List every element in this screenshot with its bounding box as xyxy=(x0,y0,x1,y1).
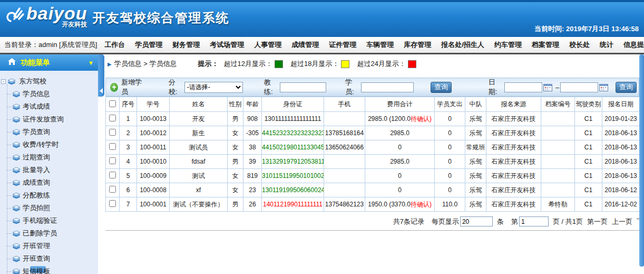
collapse-left-icon xyxy=(100,88,103,93)
tree-connector xyxy=(7,195,12,196)
login-status: 当前登录：admin [系统管理员] xyxy=(0,40,104,50)
sidebar-item[interactable]: 过期查询 xyxy=(3,151,98,164)
per-page-input[interactable] xyxy=(460,216,493,226)
sidebar-header[interactable]: 功能菜单 ▼ xyxy=(0,54,98,71)
brand-name: baiyou xyxy=(26,4,87,22)
archive-no-cell xyxy=(541,126,575,140)
fee-cell: 2985.0 xyxy=(365,155,435,169)
menu-item[interactable]: 学员管理 xyxy=(135,40,162,50)
vertical-scrollbar[interactable] xyxy=(639,54,644,267)
menu-item[interactable]: 报名处/招生人 xyxy=(441,40,484,50)
tree-connector xyxy=(7,233,12,234)
age-cell: 908 xyxy=(243,112,262,126)
branch-label: 分校: xyxy=(169,78,182,97)
reg-date-cell: 2018-06-13 xyxy=(602,155,640,169)
search-button[interactable]: 查询 xyxy=(431,82,452,93)
menu-item[interactable]: 财务管理 xyxy=(172,40,200,50)
sidebar-item[interactable]: 批量导入 xyxy=(3,164,98,176)
sidebar-item[interactable]: -东方驾校 xyxy=(3,75,98,88)
name-cell: 测试 xyxy=(170,169,228,183)
sidebar-item[interactable]: 成绩查询 xyxy=(3,176,98,189)
source-cell: 石家庄开友科技 xyxy=(486,140,541,155)
row-checkbox[interactable] xyxy=(109,172,116,178)
tree-expand-icon[interactable]: - xyxy=(1,79,6,84)
sidebar-item[interactable]: 学员查询 xyxy=(3,126,98,138)
add-student-button[interactable]: 新增学员 xyxy=(121,78,145,97)
seq-cell: 2 xyxy=(120,126,137,140)
sidebar-item[interactable]: 已删除学员 xyxy=(3,227,98,240)
gender-cell: 女 xyxy=(228,126,243,140)
column-header: 中队 xyxy=(465,97,486,112)
sidebar-item[interactable]: 学员信息 xyxy=(3,88,98,100)
table-row: 2100-0012新生女-305441523232323232323137851… xyxy=(106,126,640,140)
breadcrumb-arrow-icon: ▶ xyxy=(108,61,112,67)
license-type-cell: C1 xyxy=(575,140,602,155)
fee-cell: 1950.0 (3370.0待确认) xyxy=(365,197,435,212)
gender-cell: 男 xyxy=(228,197,243,212)
prev-page-link[interactable]: 上一页 xyxy=(612,217,632,226)
page-number-input[interactable] xyxy=(519,216,549,226)
date-to-input[interactable] xyxy=(560,82,598,92)
add-icon[interactable]: + xyxy=(110,83,118,92)
book-icon xyxy=(12,90,21,98)
row-checkbox[interactable] xyxy=(109,115,116,121)
sidebar-item[interactable]: 手机端验证 xyxy=(3,214,98,227)
name-cell: 测试（不要操作） xyxy=(170,197,228,212)
row-checkbox[interactable] xyxy=(109,143,116,150)
chevron-down-icon[interactable]: ▼ xyxy=(88,60,94,66)
student-no-cell: 100-0009 xyxy=(137,169,170,183)
book-icon xyxy=(12,242,21,250)
menu-item[interactable]: 成绩管理 xyxy=(291,40,319,50)
menu-item[interactable]: 考试场管理 xyxy=(210,40,244,50)
sidebar-item[interactable]: 短信模板 xyxy=(3,265,98,274)
student-no-cell: 100-0012 xyxy=(137,126,170,140)
sidebar-item[interactable]: 开班管理 xyxy=(3,240,98,252)
calendar-icon[interactable] xyxy=(599,83,608,91)
sidebar-item[interactable]: 收费/转学时 xyxy=(3,138,98,151)
coach-input[interactable] xyxy=(280,82,326,92)
select-all-checkbox[interactable] xyxy=(109,100,116,107)
sidebar-item[interactable]: 开班查询 xyxy=(3,252,98,265)
fee-cell: 0 xyxy=(365,140,435,155)
squad-cell: 乐驾 xyxy=(465,126,486,140)
sidebar-item[interactable]: 考试成绩 xyxy=(3,100,98,113)
name-cell: xf xyxy=(170,183,228,197)
menu-item[interactable]: 证件管理 xyxy=(329,40,356,50)
students-table: 序号学号姓名性别年龄身份证手机费用合计学员支出中队报名来源档案编号驾驶类别报名日… xyxy=(105,97,640,212)
row-checkbox[interactable] xyxy=(109,186,116,193)
menu-item[interactable]: 统计 xyxy=(600,40,613,50)
date-search-button[interactable]: 查询 xyxy=(616,82,637,93)
book-icon xyxy=(12,230,21,237)
menu-item[interactable]: 工作台 xyxy=(104,40,125,50)
per-page-label: 每页显示 xyxy=(432,217,459,226)
row-checkbox[interactable] xyxy=(109,157,116,164)
sidebar-item[interactable]: 证件发放查询 xyxy=(3,113,98,126)
phone-cell xyxy=(324,155,365,169)
tree-connector xyxy=(7,208,12,209)
tree-connector xyxy=(7,119,12,120)
phone-cell xyxy=(324,112,365,126)
idcard-cell: 140112199011111111 xyxy=(262,197,324,212)
student-no-cell: 100-0013 xyxy=(137,112,170,126)
sidebar-item[interactable]: 学员拍照 xyxy=(3,202,98,214)
row-checkbox[interactable] xyxy=(109,200,116,207)
row-checkbox[interactable] xyxy=(109,129,116,136)
date-from-input[interactable] xyxy=(504,82,542,92)
menu-item[interactable]: 信息提醒 xyxy=(623,40,644,50)
menu-item[interactable]: 车辆管理 xyxy=(366,40,394,50)
gender-cell: 女 xyxy=(228,140,243,155)
breadcrumb: 学员信息 > 学员信息 xyxy=(114,59,177,69)
branch-select[interactable]: -请选择- xyxy=(184,82,243,93)
seq-cell: 6 xyxy=(120,183,137,197)
sidebar-item[interactable]: 分配教练 xyxy=(3,189,98,202)
menu-item[interactable]: 约车管理 xyxy=(494,40,522,50)
first-page-link[interactable]: 第一页 xyxy=(587,217,608,226)
student-input[interactable] xyxy=(361,82,414,92)
calendar-icon[interactable] xyxy=(543,83,552,91)
menu-item[interactable]: 校长处 xyxy=(569,40,590,50)
license-type-cell: C1 xyxy=(575,197,602,212)
sidebar-collapse-handle[interactable] xyxy=(98,54,104,97)
menu-item[interactable]: 档案管理 xyxy=(532,40,559,50)
menu-item[interactable]: 人事管理 xyxy=(254,40,281,50)
menu-item[interactable]: 库存管理 xyxy=(404,40,431,50)
